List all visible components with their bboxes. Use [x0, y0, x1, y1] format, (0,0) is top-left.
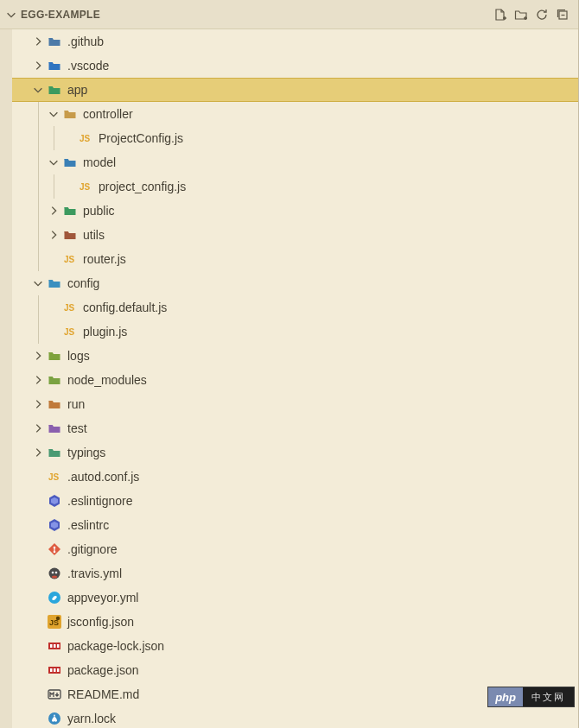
tree-item-label: .eslintrc — [67, 518, 109, 532]
svg-text:JS: JS — [48, 472, 60, 482]
tree-row[interactable]: .travis.yml — [12, 561, 578, 586]
tree-row[interactable]: JS.autod.conf.js — [12, 465, 578, 489]
tree-row[interactable]: typings — [12, 440, 578, 465]
js-icon: JS — [47, 469, 62, 484]
refresh-button[interactable] — [533, 6, 550, 23]
npm-icon — [47, 638, 62, 654]
folder-model-icon — [62, 155, 78, 170]
tree-row[interactable]: JSconfig.default.js — [12, 295, 578, 320]
explorer-header: EGG-EXAMPLE — [0, 0, 578, 29]
chevron-right-icon[interactable] — [31, 421, 45, 435]
chevron-right-icon[interactable] — [47, 204, 60, 218]
npm-icon — [47, 662, 62, 678]
folder-vscode-icon — [47, 58, 62, 73]
tree-row[interactable]: JSrouter.js — [12, 247, 578, 271]
tree-item-label: plugin.js — [83, 325, 127, 339]
tree-item-label: .eslintignore — [67, 494, 133, 508]
chevron-right-icon[interactable] — [47, 228, 60, 242]
js-icon: JS — [78, 130, 93, 146]
folder-node-icon — [47, 372, 62, 388]
travis-icon — [47, 566, 62, 581]
tree-row[interactable]: JSProjectConfig.js — [12, 126, 578, 150]
yarn-icon — [47, 711, 62, 726]
tree-row[interactable]: run — [12, 392, 578, 416]
tree-item-label: test — [67, 421, 87, 435]
svg-rect-35 — [54, 668, 56, 672]
folder-config-icon — [47, 275, 62, 291]
tree-row[interactable]: utils — [12, 223, 578, 247]
tree-row[interactable]: package.json — [12, 658, 578, 682]
tree-row[interactable]: yarn.lock — [12, 706, 578, 728]
tree-item-label: config — [67, 276, 99, 290]
svg-point-24 — [52, 576, 57, 579]
tree-row[interactable]: JSplugin.js — [12, 320, 578, 344]
tree-item-label: project_config.js — [99, 180, 186, 193]
tree-item-label: model — [83, 155, 116, 169]
js-icon: JS — [62, 300, 78, 315]
tree-row[interactable]: JSproject_config.js — [12, 174, 578, 199]
tree-row[interactable]: .vscode — [12, 54, 578, 78]
tree-item-label: router.js — [83, 252, 126, 266]
chevron-down-icon[interactable] — [47, 107, 60, 121]
tree-item-label: public — [83, 204, 115, 218]
tree-row[interactable]: package-lock.json — [12, 634, 578, 658]
folder-ctrl-icon — [62, 106, 78, 122]
tree-item-label: ProjectConfig.js — [99, 131, 183, 145]
chevron-right-icon[interactable] — [31, 373, 45, 387]
svg-text:JS: JS — [64, 327, 75, 337]
svg-rect-34 — [50, 668, 53, 672]
tree-row[interactable]: model — [12, 150, 578, 174]
svg-text:JS: JS — [80, 134, 91, 143]
folder-public-icon — [62, 203, 78, 218]
chevron-down-icon[interactable] — [31, 83, 45, 97]
chevron-right-icon[interactable] — [31, 397, 45, 411]
svg-text:JS: JS — [80, 182, 91, 192]
tree-row[interactable]: .eslintrc — [12, 513, 578, 537]
tree-row[interactable]: node_modules — [12, 368, 578, 392]
chevron-down-icon[interactable] — [31, 276, 45, 290]
jsconfig-icon: JS — [47, 614, 62, 630]
tree-row[interactable]: .gitignore — [12, 537, 578, 561]
tree-row[interactable]: config — [12, 271, 578, 295]
folder-logs-icon — [47, 348, 62, 364]
folder-run-icon — [47, 396, 62, 412]
tree-row[interactable]: logs — [12, 344, 578, 368]
tree-item-label: .vscode — [67, 59, 109, 73]
chevron-right-icon[interactable] — [31, 446, 45, 459]
chevron-right-icon[interactable] — [31, 35, 45, 48]
tree-row[interactable]: app — [12, 78, 578, 102]
svg-rect-30 — [50, 644, 53, 648]
tree-row[interactable]: appveyor.yml — [12, 586, 578, 610]
tree-item-label: config.default.js — [83, 301, 167, 314]
svg-rect-36 — [57, 668, 60, 672]
tree-item-label: appveyor.yml — [67, 591, 138, 605]
chevron-down-icon[interactable] — [47, 155, 60, 169]
folder-app-icon — [47, 82, 62, 98]
chevron-down-icon[interactable] — [5, 9, 17, 21]
tree-row[interactable]: .eslintignore — [12, 489, 578, 513]
tree-row[interactable]: public — [12, 199, 578, 223]
tree-item-label: .gitignore — [67, 542, 118, 556]
tree-item-label: logs — [67, 349, 90, 363]
collapse-all-button[interactable] — [554, 6, 571, 23]
project-title: EGG-EXAMPLE — [21, 9, 100, 21]
tree-item-label: .travis.yml — [67, 567, 122, 580]
tree-row[interactable]: test — [12, 416, 578, 440]
tree-item-label: package-lock.json — [67, 639, 164, 653]
new-folder-button[interactable] — [512, 6, 530, 23]
new-file-button[interactable] — [492, 6, 509, 23]
tree-row[interactable]: JSjsconfig.json — [12, 610, 578, 634]
svg-rect-32 — [57, 644, 60, 648]
tree-row[interactable]: controller — [12, 102, 578, 126]
tree-item-label: yarn.lock — [67, 712, 116, 725]
file-tree: .github.vscodeappcontrollerJSProjectConf… — [12, 29, 578, 728]
chevron-right-icon[interactable] — [31, 349, 45, 363]
tree-item-label: .github — [67, 35, 104, 48]
activity-bar-gutter — [0, 29, 12, 728]
js-icon: JS — [78, 179, 93, 194]
tree-row[interactable]: .github — [12, 29, 578, 54]
folder-utils-icon — [62, 227, 78, 243]
tree-item-label: jsconfig.json — [67, 615, 134, 629]
chevron-right-icon[interactable] — [31, 59, 45, 73]
appveyor-icon — [47, 590, 62, 605]
